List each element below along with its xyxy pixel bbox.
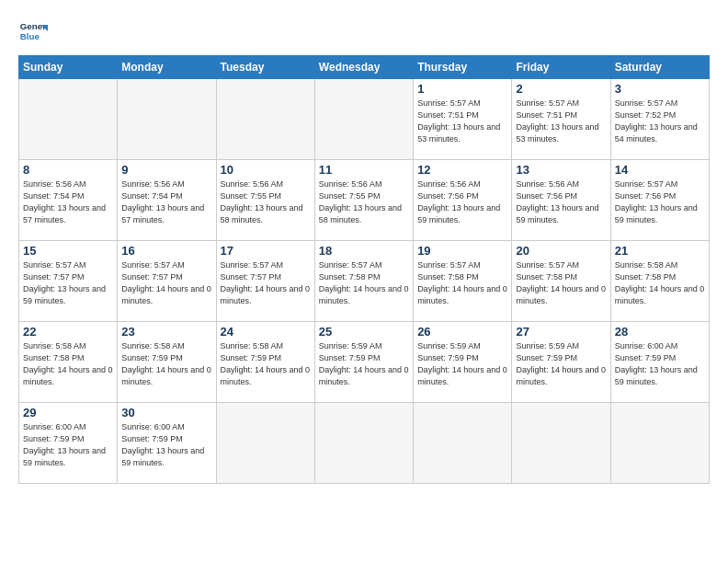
header: General Blue: [18, 17, 710, 46]
day-info: Sunrise: 5:57 AMSunset: 7:57 PMDaylight:…: [221, 259, 311, 307]
day-number: 25: [319, 325, 409, 339]
day-number: 24: [221, 325, 311, 339]
day-number: 9: [121, 163, 211, 177]
day-number: 27: [516, 325, 606, 339]
day-info: Sunrise: 6:00 AMSunset: 7:59 PMDaylight:…: [23, 421, 113, 469]
calendar-cell: [414, 403, 512, 484]
day-number: 14: [615, 163, 705, 177]
col-header-friday: Friday: [512, 56, 610, 79]
week-row-0: 1Sunrise: 5:57 AMSunset: 7:51 PMDaylight…: [19, 79, 710, 160]
day-number: 29: [23, 406, 113, 419]
day-info: Sunrise: 5:56 AMSunset: 7:54 PMDaylight:…: [121, 178, 211, 226]
day-info: Sunrise: 5:57 AMSunset: 7:51 PMDaylight:…: [417, 98, 507, 145]
calendar-cell: 18Sunrise: 5:57 AMSunset: 7:58 PMDayligh…: [314, 241, 413, 322]
day-info: Sunrise: 6:00 AMSunset: 7:59 PMDaylight:…: [121, 421, 211, 469]
calendar-cell: [314, 403, 413, 484]
week-row-2: 15Sunrise: 5:57 AMSunset: 7:57 PMDayligh…: [19, 241, 710, 322]
day-number: 19: [417, 244, 507, 258]
calendar-cell: [216, 403, 314, 484]
calendar-cell: 8Sunrise: 5:56 AMSunset: 7:54 PMDaylight…: [19, 160, 118, 241]
calendar-cell: 3Sunrise: 5:57 AMSunset: 7:52 PMDaylight…: [610, 79, 709, 160]
calendar-cell: 21Sunrise: 5:58 AMSunset: 7:58 PMDayligh…: [610, 241, 709, 322]
calendar-cell: 9Sunrise: 5:56 AMSunset: 7:54 PMDaylight…: [118, 160, 216, 241]
day-info: Sunrise: 5:57 AMSunset: 7:58 PMDaylight:…: [417, 259, 507, 307]
day-info: Sunrise: 5:57 AMSunset: 7:58 PMDaylight:…: [516, 259, 606, 307]
day-info: Sunrise: 5:57 AMSunset: 7:52 PMDaylight:…: [615, 98, 705, 145]
logo-icon: General Blue: [18, 17, 48, 46]
calendar-cell: 13Sunrise: 5:56 AMSunset: 7:56 PMDayligh…: [512, 160, 610, 241]
calendar-cell: [610, 403, 709, 484]
day-number: 8: [23, 163, 113, 177]
day-info: Sunrise: 5:58 AMSunset: 7:58 PMDaylight:…: [23, 340, 113, 388]
calendar-cell: [512, 403, 610, 484]
col-header-monday: Monday: [118, 56, 216, 79]
day-info: Sunrise: 5:58 AMSunset: 7:59 PMDaylight:…: [121, 340, 211, 388]
page: General Blue SundayMondayTuesdayWednesda…: [0, 0, 728, 493]
day-number: 28: [615, 325, 705, 339]
day-info: Sunrise: 5:57 AMSunset: 7:57 PMDaylight:…: [23, 259, 113, 307]
calendar-cell: 24Sunrise: 5:58 AMSunset: 7:59 PMDayligh…: [216, 322, 314, 403]
day-number: 1: [417, 82, 507, 96]
svg-text:Blue: Blue: [20, 31, 40, 41]
day-number: 21: [615, 244, 705, 258]
day-info: Sunrise: 5:57 AMSunset: 7:58 PMDaylight:…: [319, 259, 409, 307]
day-info: Sunrise: 5:59 AMSunset: 7:59 PMDaylight:…: [516, 340, 606, 388]
calendar-cell: 22Sunrise: 5:58 AMSunset: 7:58 PMDayligh…: [19, 322, 118, 403]
week-row-1: 8Sunrise: 5:56 AMSunset: 7:54 PMDaylight…: [19, 160, 710, 241]
calendar-cell: 17Sunrise: 5:57 AMSunset: 7:57 PMDayligh…: [216, 241, 314, 322]
col-header-tuesday: Tuesday: [216, 56, 314, 79]
day-number: 13: [516, 163, 606, 177]
logo: General Blue: [18, 17, 48, 46]
day-info: Sunrise: 5:58 AMSunset: 7:58 PMDaylight:…: [615, 259, 705, 307]
calendar-cell: 29Sunrise: 6:00 AMSunset: 7:59 PMDayligh…: [19, 403, 118, 484]
day-number: 2: [516, 82, 606, 96]
calendar-cell: 23Sunrise: 5:58 AMSunset: 7:59 PMDayligh…: [118, 322, 216, 403]
day-number: 23: [121, 325, 211, 339]
calendar-cell: 19Sunrise: 5:57 AMSunset: 7:58 PMDayligh…: [414, 241, 512, 322]
day-info: Sunrise: 6:00 AMSunset: 7:59 PMDaylight:…: [615, 340, 705, 388]
col-header-saturday: Saturday: [610, 56, 709, 79]
day-number: 26: [417, 325, 507, 339]
calendar-cell: [314, 79, 413, 160]
day-info: Sunrise: 5:56 AMSunset: 7:56 PMDaylight:…: [516, 178, 606, 226]
col-header-wednesday: Wednesday: [314, 56, 413, 79]
calendar-cell: 26Sunrise: 5:59 AMSunset: 7:59 PMDayligh…: [414, 322, 512, 403]
calendar-cell: [118, 79, 216, 160]
calendar-cell: 12Sunrise: 5:56 AMSunset: 7:56 PMDayligh…: [414, 160, 512, 241]
calendar-cell: 14Sunrise: 5:57 AMSunset: 7:56 PMDayligh…: [610, 160, 709, 241]
calendar-table: SundayMondayTuesdayWednesdayThursdayFrid…: [18, 55, 710, 484]
day-number: 15: [23, 244, 113, 258]
calendar-cell: 28Sunrise: 6:00 AMSunset: 7:59 PMDayligh…: [610, 322, 709, 403]
calendar-cell: 2Sunrise: 5:57 AMSunset: 7:51 PMDaylight…: [512, 79, 610, 160]
calendar-cell: 11Sunrise: 5:56 AMSunset: 7:55 PMDayligh…: [314, 160, 413, 241]
day-of-week-row: SundayMondayTuesdayWednesdayThursdayFrid…: [19, 56, 710, 79]
week-row-3: 22Sunrise: 5:58 AMSunset: 7:58 PMDayligh…: [19, 322, 710, 403]
day-number: 22: [23, 325, 113, 339]
calendar-body: 1Sunrise: 5:57 AMSunset: 7:51 PMDaylight…: [19, 79, 710, 484]
day-info: Sunrise: 5:59 AMSunset: 7:59 PMDaylight:…: [417, 340, 507, 388]
day-number: 3: [615, 82, 705, 96]
calendar-cell: 20Sunrise: 5:57 AMSunset: 7:58 PMDayligh…: [512, 241, 610, 322]
day-info: Sunrise: 5:56 AMSunset: 7:54 PMDaylight:…: [23, 178, 113, 226]
day-info: Sunrise: 5:56 AMSunset: 7:56 PMDaylight:…: [417, 178, 507, 226]
day-info: Sunrise: 5:59 AMSunset: 7:59 PMDaylight:…: [319, 340, 409, 388]
col-header-sunday: Sunday: [19, 56, 118, 79]
day-number: 12: [417, 163, 507, 177]
day-info: Sunrise: 5:56 AMSunset: 7:55 PMDaylight:…: [221, 178, 311, 226]
calendar-cell: 15Sunrise: 5:57 AMSunset: 7:57 PMDayligh…: [19, 241, 118, 322]
day-number: 20: [516, 244, 606, 258]
day-number: 16: [121, 244, 211, 258]
day-number: 18: [319, 244, 409, 258]
day-number: 11: [319, 163, 409, 177]
calendar-cell: 30Sunrise: 6:00 AMSunset: 7:59 PMDayligh…: [118, 403, 216, 484]
calendar-cell: 27Sunrise: 5:59 AMSunset: 7:59 PMDayligh…: [512, 322, 610, 403]
day-number: 30: [121, 406, 211, 419]
col-header-thursday: Thursday: [414, 56, 512, 79]
calendar-cell: 16Sunrise: 5:57 AMSunset: 7:57 PMDayligh…: [118, 241, 216, 322]
week-row-4: 29Sunrise: 6:00 AMSunset: 7:59 PMDayligh…: [19, 403, 710, 484]
calendar-cell: [216, 79, 314, 160]
calendar-cell: 25Sunrise: 5:59 AMSunset: 7:59 PMDayligh…: [314, 322, 413, 403]
day-info: Sunrise: 5:57 AMSunset: 7:51 PMDaylight:…: [516, 98, 606, 145]
day-info: Sunrise: 5:57 AMSunset: 7:56 PMDaylight:…: [615, 178, 705, 226]
day-info: Sunrise: 5:57 AMSunset: 7:57 PMDaylight:…: [121, 259, 211, 307]
